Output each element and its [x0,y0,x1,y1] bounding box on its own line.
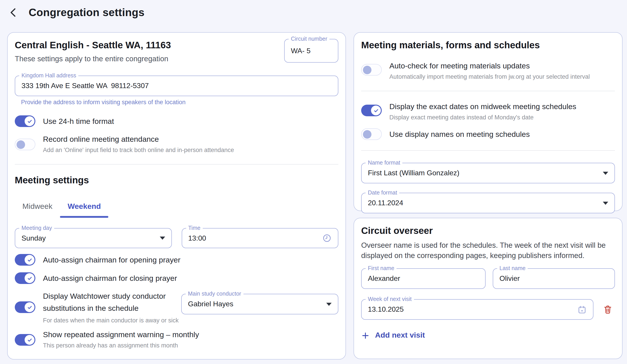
date-format-label: Date format [366,190,399,196]
record-online-description: Add an 'Online' input field to track bot… [43,146,234,154]
first-name-label: First name [366,265,397,272]
main-study-conductor-select[interactable]: Main study conductor Gabriel Hayes [181,294,338,314]
circuit-overseer-description: Overseer name is used for the schedules.… [361,240,615,261]
toggle-knob [25,255,35,265]
display-names-label: Use display names on meeting schedules [389,130,530,139]
circuit-overseer-title: Circuit overseer [361,225,615,236]
congregation-card: Central English - Seattle WA, 11163 Thes… [7,32,346,360]
section-divider [361,150,615,151]
auto-opening-prayer-label: Auto-assign chairman for opening prayer [43,255,180,265]
meeting-day-value: Sunday [21,234,46,242]
time-label: Time [186,225,203,231]
toggle-knob [371,105,381,115]
auto-closing-prayer-label: Auto-assign chairman for closing prayer [43,273,177,283]
toggle-knob [363,130,371,138]
main-study-conductor-label: Main study conductor [186,291,244,297]
auto-opening-prayer-toggle[interactable] [15,254,35,266]
exact-dates-toggle[interactable] [361,105,382,116]
circuit-number-label: Circuit number [289,36,330,42]
calendar-icon[interactable] [577,305,587,314]
conductor-substitutions-description: For dates when the main conductor is awa… [43,317,179,324]
kingdom-hall-address-field[interactable]: Kingdom Hall address 333 19th Ave E Seat… [15,76,338,96]
use-24h-toggle[interactable] [15,115,35,127]
address-helper-text: Provide the address to inform visiting s… [21,99,338,105]
repeat-warning-label: Show repeated assignment warning – month… [43,330,199,339]
conductor-substitutions-toggle[interactable] [15,301,35,313]
last-name-field[interactable]: Last name Olivier [493,268,615,289]
next-visit-value: 13.10.2025 [368,305,404,314]
repeat-warning-toggle[interactable] [15,334,35,346]
toggle-knob [363,65,371,74]
chevron-down-icon [326,303,332,306]
date-format-value: 20.11.2024 [368,199,403,207]
last-name-value: Olivier [499,274,520,283]
meeting-settings-heading: Meeting settings [15,175,338,185]
auto-closing-prayer-toggle[interactable] [15,272,35,284]
section-divider [361,91,615,91]
check-icon [27,118,32,124]
first-name-value: Alexander [368,274,400,283]
repeat-warning-text: Show repeated assignment warning – month… [43,330,199,349]
kingdom-hall-address-value: 333 19th Ave E Seattle WA 98112-5307 [21,82,149,90]
kingdom-hall-address-label: Kingdom Hall address [19,72,79,79]
auto-check-description: Automatically import meeting materials f… [389,73,590,81]
next-visit-field[interactable]: Week of next visit 13.10.2025 [361,299,593,320]
first-name-field[interactable]: First name Alexander [361,268,486,289]
record-online-label: Record online meeting attendance [43,135,234,144]
check-icon [27,304,32,310]
check-icon [27,337,32,343]
congregation-card-heading: Central English - Seattle WA, 11163 Thes… [15,40,171,63]
congregation-settings-page: Congregation settings Central English - … [0,0,627,364]
name-format-select[interactable]: Name format First Last (William Gonzalez… [361,163,615,183]
time-field[interactable]: Time 13:00 [181,228,338,248]
main-study-conductor-value: Gabriel Hayes [188,300,233,308]
toggle-knob [25,273,35,283]
plus-icon [361,331,370,340]
add-next-visit-button[interactable]: Add next visit [361,331,615,340]
tab-midweek[interactable]: Midweek [15,197,60,218]
record-online-text: Record online meeting attendance Add an … [43,135,234,154]
circuit-overseer-card: Circuit overseer Overseer name is used f… [354,218,623,359]
display-names-toggle[interactable] [361,128,382,140]
check-icon [27,257,32,263]
chevron-down-icon [159,236,165,240]
toggle-knob [25,335,35,345]
materials-card: Meeting materials, forms and schedules A… [354,32,623,211]
materials-title: Meeting materials, forms and schedules [361,40,615,50]
next-visit-label: Week of next visit [366,296,414,302]
auto-check-label: Auto-check for meeting materials updates [389,61,590,71]
clock-icon[interactable] [322,233,332,243]
meeting-day-select[interactable]: Meeting day Sunday [15,228,172,248]
record-online-toggle[interactable] [15,139,35,150]
check-icon [27,275,32,281]
meeting-tabs: Midweek Weekend [15,197,338,218]
chevron-down-icon [603,172,608,175]
use-24h-label: Use 24-h time format [43,117,114,126]
time-value: 13:00 [188,234,206,242]
section-divider [15,164,338,165]
delete-visit-button[interactable] [603,305,613,314]
toggle-knob [25,302,35,312]
circuit-number-field[interactable]: Circuit number WA- 5 [284,39,338,63]
exact-dates-text: Display the exact dates on midweek meeti… [389,102,576,121]
check-icon [373,108,379,113]
add-next-visit-label: Add next visit [375,331,425,340]
date-format-select[interactable]: Date format 20.11.2024 [361,193,615,213]
auto-check-text: Auto-check for meeting materials updates… [389,61,590,81]
meeting-day-label: Meeting day [19,225,54,231]
exact-dates-description: Display exact meeting dates instead of M… [389,114,576,121]
congregation-title: Central English - Seattle WA, 11163 [15,40,171,50]
page-header: Congregation settings [6,5,145,20]
tab-weekend[interactable]: Weekend [60,197,108,218]
exact-dates-label: Display the exact dates on midweek meeti… [389,102,576,111]
auto-check-toggle[interactable] [361,64,382,76]
conductor-substitutions-label: Display Watchtower study conductor subst… [43,290,179,314]
chevron-left-icon [8,7,19,18]
back-button[interactable] [6,5,21,20]
trash-icon [603,305,613,314]
name-format-label: Name format [366,160,403,166]
repeat-warning-description: This person already has an assignment th… [43,342,199,349]
last-name-label: Last name [497,265,528,272]
page-title: Congregation settings [29,6,145,19]
circuit-number-value: WA- 5 [291,47,311,55]
